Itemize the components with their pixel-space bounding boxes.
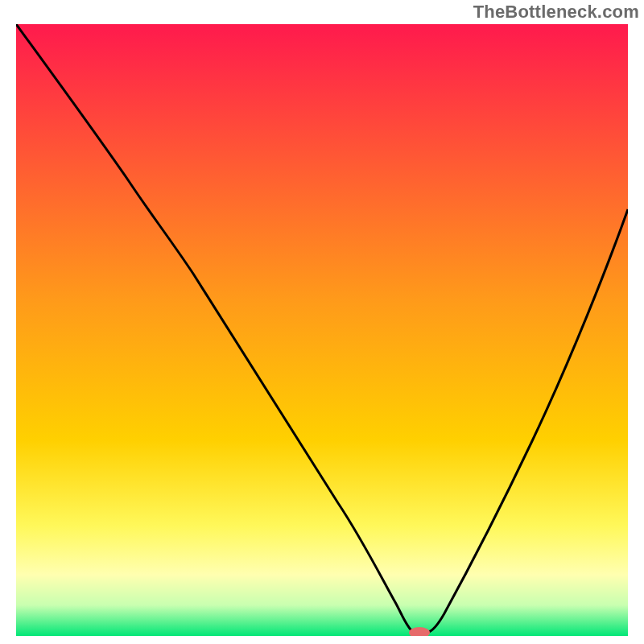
bottleneck-chart: TheBottleneck.com — [0, 0, 644, 644]
gradient-background — [16, 24, 628, 636]
chart-svg — [16, 24, 628, 636]
plot-area — [16, 24, 628, 636]
watermark-text: TheBottleneck.com — [473, 2, 639, 23]
